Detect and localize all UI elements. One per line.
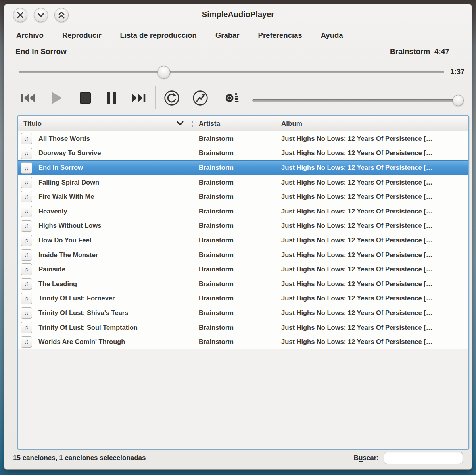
search-input[interactable] xyxy=(384,452,463,464)
song-album: Just Highs No Lows: 12 Years Of Persiste… xyxy=(281,335,467,349)
transport-toolbar xyxy=(4,84,472,112)
song-artist: Brainstorm xyxy=(199,175,274,190)
search-label-text: scar: xyxy=(363,454,379,462)
song-title: Falling Spiral Down xyxy=(38,175,192,190)
now-playing-title: End In Sorrow xyxy=(15,47,67,56)
next-track-button[interactable] xyxy=(128,88,149,108)
song-album: Just Highs No Lows: 12 Years Of Persiste… xyxy=(281,320,467,335)
table-row[interactable]: ♫Falling Spiral DownBrainstormJust Highs… xyxy=(18,175,468,190)
song-title: Inside The Monster xyxy=(38,248,192,262)
table-body: ♫All Those WordsBrainstormJust Highs No … xyxy=(18,131,468,449)
song-artist: Brainstorm xyxy=(199,306,274,320)
song-title: Painside xyxy=(38,262,192,277)
table-row[interactable]: ♫All Those WordsBrainstormJust Highs No … xyxy=(18,131,468,146)
song-artist: Brainstorm xyxy=(199,291,274,306)
column-header-artista[interactable]: Artista xyxy=(192,116,280,131)
song-album: Just Highs No Lows: 12 Years Of Persiste… xyxy=(281,131,467,146)
menu-ayuda[interactable]: Ayuda xyxy=(321,31,343,40)
song-album: Just Highs No Lows: 12 Years Of Persiste… xyxy=(281,262,467,277)
table-row[interactable]: ♫Trinity Of Lust: Shiva's TearsBrainstor… xyxy=(18,306,468,320)
song-artist: Brainstorm xyxy=(199,131,274,146)
song-title: Fire Walk With Me xyxy=(38,189,192,204)
play-button[interactable] xyxy=(46,88,67,108)
seek-slider[interactable] xyxy=(19,71,444,73)
music-note-icon: ♫ xyxy=(21,336,32,348)
table-row[interactable]: ♫PainsideBrainstormJust Highs No Lows: 1… xyxy=(18,262,468,277)
menu-mnemonic: G xyxy=(215,31,221,39)
song-title: Heavenly xyxy=(38,204,192,219)
song-artist: Brainstorm xyxy=(199,204,274,219)
table-row[interactable]: ♫Fire Walk With MeBrainstormJust Highs N… xyxy=(18,189,468,204)
table-row[interactable]: ♫The LeadingBrainstormJust Highs No Lows… xyxy=(18,277,468,291)
music-note-icon: ♫ xyxy=(21,322,32,333)
table-row[interactable]: ♫Inside The MonsterBrainstormJust Highs … xyxy=(18,248,468,262)
search-label-mnemonic: u xyxy=(359,454,363,462)
table-row-selected[interactable]: ♫End In SorrowBrainstormJust Highs No Lo… xyxy=(18,160,468,175)
song-artist: Brainstorm xyxy=(199,219,274,233)
volume-slider[interactable] xyxy=(252,99,463,102)
pause-button[interactable] xyxy=(101,88,122,108)
table-row[interactable]: ♫Doorway To SurviveBrainstormJust Highs … xyxy=(18,146,468,161)
menu-reproducir[interactable]: Reproducir xyxy=(62,31,102,40)
column-label: Artista xyxy=(199,120,220,128)
shuffle-button[interactable] xyxy=(190,88,211,108)
volume-handle[interactable] xyxy=(453,95,464,106)
stop-button[interactable] xyxy=(75,88,96,108)
pause-icon xyxy=(106,92,117,104)
volume-button[interactable] xyxy=(222,88,242,108)
table-row[interactable]: ♫Trinity Of Lust: Soul TemptationBrainst… xyxy=(18,320,468,335)
seek-handle[interactable] xyxy=(157,66,170,79)
menu-mnemonic: L xyxy=(120,31,125,39)
volume-icon xyxy=(224,90,240,106)
music-note-icon: ♫ xyxy=(21,191,32,202)
song-title: Trinity Of Lust: Shiva's Tears xyxy=(38,306,192,320)
menu-grabar[interactable]: Grabar xyxy=(215,31,240,40)
song-album: Just Highs No Lows: 12 Years Of Persiste… xyxy=(281,219,467,233)
song-artist: Brainstorm xyxy=(199,248,274,262)
title-bar[interactable]: SimpleAudioPlayer xyxy=(4,4,472,25)
previous-track-button[interactable] xyxy=(18,88,38,108)
music-note-icon: ♫ xyxy=(21,220,32,232)
now-playing-duration: 4:47 xyxy=(434,47,449,56)
song-title: Worlds Are Comin' Through xyxy=(38,335,192,349)
music-note-icon: ♫ xyxy=(21,162,32,174)
table-row[interactable]: ♫Highs Without LowsBrainstormJust Highs … xyxy=(18,219,468,233)
song-artist: Brainstorm xyxy=(199,262,274,277)
repeat-button[interactable] xyxy=(161,88,182,108)
menu-archivo[interactable]: Archivo xyxy=(16,31,44,40)
column-label: Album xyxy=(281,120,302,128)
menu-preferencias[interactable]: Preferencias xyxy=(258,31,302,40)
column-header-titulo[interactable]: Titulo xyxy=(18,116,197,131)
next-icon xyxy=(131,92,146,104)
song-album: Just Highs No Lows: 12 Years Of Persiste… xyxy=(281,248,467,262)
song-title: All Those Words xyxy=(38,131,192,146)
song-title: How Do You Feel xyxy=(38,233,192,248)
menu-mnemonic: R xyxy=(62,31,67,39)
repeat-icon xyxy=(164,89,180,107)
table-row[interactable]: ♫Trinity Of Lust: ForneverBrainstormJust… xyxy=(18,291,468,306)
table-row[interactable]: ♫HeavenlyBrainstormJust Highs No Lows: 1… xyxy=(18,204,468,219)
song-title: Trinity Of Lust: Soul Temptation xyxy=(38,320,192,335)
menu-text: Preferencia xyxy=(258,31,298,39)
menu-text: ista de reproduccion xyxy=(125,31,197,39)
table-row[interactable]: ♫How Do You FeelBrainstormJust Highs No … xyxy=(18,233,468,248)
music-note-icon: ♫ xyxy=(21,249,32,261)
table-row[interactable]: ♫Worlds Are Comin' ThroughBrainstormJust… xyxy=(18,335,468,349)
music-note-icon: ♫ xyxy=(21,206,32,217)
column-header-album[interactable]: Album xyxy=(275,116,468,131)
selection-summary: 15 canciones, 1 canciones seleccionadas xyxy=(13,454,146,462)
menu-lista-de-reproduccion[interactable]: Lista de reproduccion xyxy=(120,31,197,40)
song-artist: Brainstorm xyxy=(199,189,274,204)
song-title: End In Sorrow xyxy=(38,161,192,175)
music-note-icon: ♫ xyxy=(21,133,32,144)
stop-icon xyxy=(79,92,91,104)
music-note-icon: ♫ xyxy=(21,177,32,188)
status-bar: 15 canciones, 1 canciones seleccionadas … xyxy=(4,449,472,467)
shuffle-icon xyxy=(192,89,208,107)
song-title: The Leading xyxy=(38,277,192,291)
music-note-icon: ♫ xyxy=(21,278,32,290)
song-title: Trinity Of Lust: Fornever xyxy=(38,291,192,306)
song-artist: Brainstorm xyxy=(199,320,274,335)
music-note-icon: ♫ xyxy=(21,263,32,275)
play-icon xyxy=(50,91,64,105)
